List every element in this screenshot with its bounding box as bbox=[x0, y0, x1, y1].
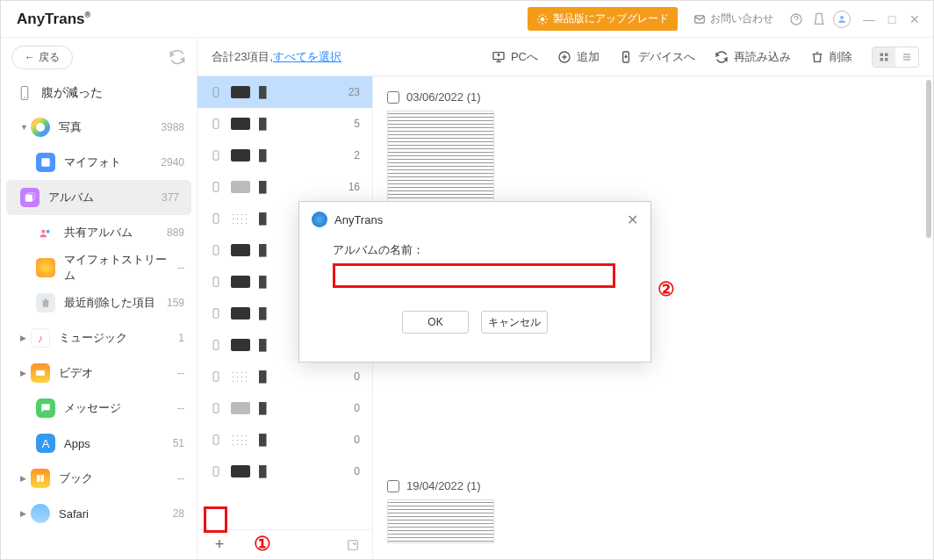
maximize-button[interactable]: □ bbox=[882, 10, 902, 29]
svg-rect-22 bbox=[213, 183, 219, 192]
svg-point-5 bbox=[24, 97, 25, 99]
svg-point-9 bbox=[41, 230, 45, 233]
svg-rect-23 bbox=[213, 214, 219, 224]
select-all-link[interactable]: すべてを選択 bbox=[273, 50, 341, 63]
to-device-button[interactable]: デバイスへ bbox=[612, 46, 702, 68]
minimize-button[interactable]: — bbox=[859, 10, 879, 29]
svg-rect-18 bbox=[885, 58, 888, 61]
album-row[interactable]: █0 bbox=[198, 392, 372, 424]
dialog-title: AnyTrans bbox=[334, 213, 620, 226]
svg-rect-19 bbox=[213, 88, 219, 97]
svg-rect-26 bbox=[213, 309, 219, 319]
svg-rect-29 bbox=[213, 404, 219, 413]
date-header[interactable]: 19/04/2022 (1) bbox=[387, 479, 919, 492]
upgrade-button[interactable]: 製品版にアップグレード bbox=[528, 7, 678, 31]
nav-shared[interactable]: 共有アルバム889 bbox=[1, 215, 197, 250]
date-header[interactable]: 03/06/2022 (1) bbox=[387, 90, 919, 104]
callout-marker-1 bbox=[204, 506, 227, 533]
album-row[interactable]: █0 bbox=[198, 424, 372, 456]
callout-2: ② bbox=[657, 278, 675, 301]
ok-button[interactable]: OK bbox=[402, 311, 469, 334]
help-icon[interactable] bbox=[786, 9, 807, 30]
svg-rect-7 bbox=[25, 195, 32, 202]
nav-myphoto[interactable]: マイフォト2940 bbox=[1, 145, 197, 180]
to-pc-button[interactable]: PCへ bbox=[485, 46, 545, 68]
svg-rect-30 bbox=[213, 435, 219, 445]
cancel-button[interactable]: キャンセル bbox=[481, 311, 548, 334]
svg-rect-27 bbox=[213, 341, 219, 350]
album-name-dialog: AnyTrans ✕ アルバムの名前： OK キャンセル bbox=[298, 201, 651, 363]
svg-rect-17 bbox=[880, 58, 884, 61]
nav-apps[interactable]: AApps51 bbox=[1, 426, 197, 461]
contact-link[interactable]: お問い合わせ bbox=[693, 11, 773, 26]
callout-1: ① bbox=[254, 533, 271, 556]
delete-button[interactable]: 削除 bbox=[803, 46, 859, 68]
album-row[interactable]: █23 bbox=[198, 76, 372, 108]
device-row: 腹が減った bbox=[1, 76, 197, 110]
grid-view-button[interactable] bbox=[873, 47, 895, 67]
svg-point-0 bbox=[541, 17, 545, 21]
svg-rect-31 bbox=[213, 467, 219, 477]
svg-rect-15 bbox=[880, 53, 884, 56]
scrollbar[interactable] bbox=[926, 80, 931, 238]
list-view-button[interactable] bbox=[895, 47, 918, 67]
add-button[interactable]: 追加 bbox=[550, 46, 607, 68]
nav-messages[interactable]: メッセージ-- bbox=[1, 391, 197, 426]
album-name-input[interactable] bbox=[341, 266, 607, 285]
reload-button[interactable]: 再読み込み bbox=[708, 46, 798, 68]
nav-video[interactable]: ▶ビデオ-- bbox=[1, 355, 197, 391]
album-row[interactable]: █0 bbox=[198, 361, 372, 392]
album-row[interactable]: █16 bbox=[198, 171, 372, 203]
add-album-button[interactable]: + bbox=[210, 535, 229, 555]
photo-thumbnail[interactable] bbox=[387, 499, 494, 543]
nav-book[interactable]: ▶ブック-- bbox=[1, 461, 197, 496]
dialog-close-button[interactable]: ✕ bbox=[627, 212, 638, 228]
back-button[interactable]: ← 戻る bbox=[11, 46, 73, 69]
app-logo-icon bbox=[312, 212, 327, 227]
svg-rect-32 bbox=[348, 540, 358, 549]
svg-rect-11 bbox=[36, 370, 45, 376]
svg-rect-25 bbox=[213, 277, 219, 287]
nav-safari[interactable]: ▶Safari28 bbox=[1, 496, 197, 531]
refresh-icon[interactable] bbox=[169, 48, 186, 66]
album-row[interactable]: █2 bbox=[198, 140, 372, 171]
date-checkbox[interactable] bbox=[387, 480, 399, 492]
svg-point-10 bbox=[47, 230, 50, 233]
svg-rect-16 bbox=[885, 53, 888, 56]
export-icon[interactable] bbox=[346, 538, 360, 552]
svg-point-3 bbox=[840, 16, 844, 19]
gift-icon[interactable] bbox=[808, 9, 830, 30]
nav-album[interactable]: アルバム377 bbox=[6, 180, 191, 215]
album-row[interactable]: █5 bbox=[198, 108, 372, 140]
nav-photos[interactable]: ▼写真3988 bbox=[1, 110, 197, 145]
nav-stream[interactable]: マイフォトストリーム-- bbox=[1, 250, 197, 285]
album-name-label: アルバムの名前： bbox=[333, 242, 617, 258]
account-icon[interactable] bbox=[831, 9, 852, 30]
svg-rect-28 bbox=[213, 372, 219, 382]
album-row[interactable]: █0 bbox=[198, 456, 372, 487]
svg-rect-24 bbox=[213, 246, 219, 255]
close-button[interactable]: ✕ bbox=[905, 10, 924, 29]
date-checkbox[interactable] bbox=[387, 91, 399, 104]
svg-rect-6 bbox=[41, 158, 49, 166]
summary-text: 合計23項目,すべてを選択 bbox=[212, 49, 341, 65]
app-brand: AnyTrans® bbox=[17, 11, 90, 28]
svg-rect-21 bbox=[213, 151, 219, 161]
svg-rect-20 bbox=[213, 119, 219, 129]
nav-music[interactable]: ▶♪ミュージック1 bbox=[1, 320, 197, 355]
nav-trash[interactable]: 最近削除した項目159 bbox=[1, 285, 197, 320]
